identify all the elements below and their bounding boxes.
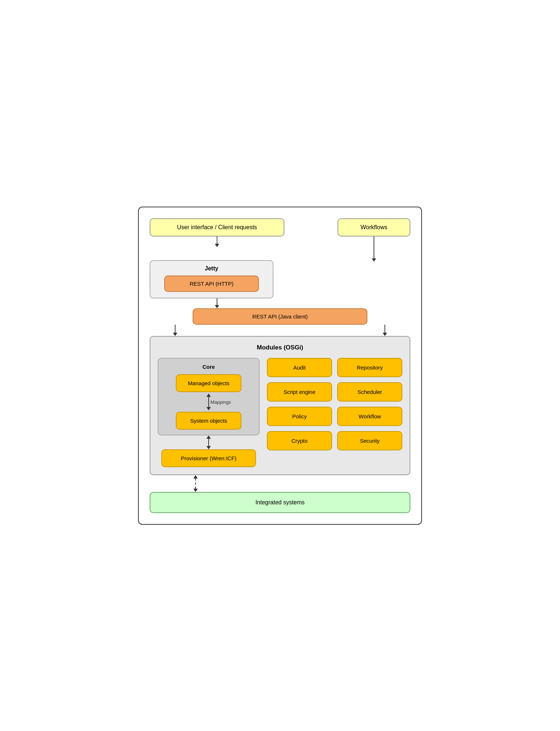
mappings-label: Mappings: [210, 399, 231, 404]
module-security: Security: [337, 431, 402, 450]
managed-objects-box: Managed objects: [176, 374, 241, 392]
left-to-modules-arrow: [173, 325, 177, 336]
ui-client-box: User interface / Client requests: [150, 218, 284, 236]
rest-java-label: REST API (Java client): [252, 313, 308, 320]
right-modules-grid: Audit Repository Script engine Scheduler…: [267, 358, 402, 467]
core-to-provisioner-arrow: [206, 435, 211, 449]
module-policy: Policy: [267, 407, 332, 426]
jetty-label: Jetty: [205, 265, 218, 272]
repository-label: Repository: [357, 364, 383, 371]
crypto-label: Crypto: [291, 438, 307, 444]
policy-label: Policy: [292, 413, 307, 419]
managed-objects-label: Managed objects: [188, 380, 229, 386]
security-label: Security: [360, 438, 379, 444]
module-script-engine: Script engine: [267, 382, 332, 402]
provisioner-box: Provisioner (Wren:ICF): [161, 449, 256, 467]
provisioner-to-integrated-arrow: [150, 475, 410, 492]
module-workflow: Workflow: [337, 407, 402, 426]
ui-to-jetty-arrow: [215, 236, 219, 247]
module-crypto: Crypto: [267, 431, 332, 450]
module-repository: Repository: [337, 358, 402, 377]
modules-inner: Core Managed objects Mappings: [158, 358, 402, 467]
workflow-label: Workflow: [359, 413, 381, 419]
module-scheduler: Scheduler: [337, 382, 402, 402]
diagram-container: User interface / Client requests Workflo…: [138, 207, 422, 525]
module-audit: Audit: [267, 358, 332, 377]
rest-java-row: REST API (Java client): [150, 308, 410, 325]
workflows-box: Workflows: [338, 218, 410, 236]
workflows-arrow: [372, 236, 376, 262]
system-objects-label: System objects: [190, 418, 227, 424]
scheduler-label: Scheduler: [358, 389, 382, 395]
rest-java-box: REST API (Java client): [193, 308, 367, 325]
integrated-systems-box: Integrated systems: [150, 492, 410, 513]
audit-label: Audit: [293, 364, 305, 371]
rest-http-to-java-arrow: [215, 298, 219, 308]
rest-http-label: REST API (HTTP): [190, 281, 234, 287]
mappings-arrow: Mappings: [206, 394, 211, 410]
modules-box: Modules (OSGi) Core Managed objects Mapp…: [150, 336, 410, 475]
core-box: Core Managed objects Mappings: [158, 358, 260, 435]
system-objects-box: System objects: [176, 412, 241, 430]
rest-http-box: REST API (HTTP): [164, 275, 259, 292]
workflows-label: Workflows: [360, 224, 387, 230]
modules-title: Modules (OSGi): [158, 344, 402, 351]
top-row: User interface / Client requests Workflo…: [150, 218, 410, 236]
provisioner-label: Provisioner (Wren:ICF): [181, 455, 236, 461]
integrated-systems-label: Integrated systems: [255, 499, 304, 505]
jetty-box: Jetty REST API (HTTP): [150, 260, 273, 298]
script-engine-label: Script engine: [284, 389, 316, 395]
core-label: Core: [202, 364, 215, 370]
ui-client-label: User interface / Client requests: [177, 224, 257, 230]
rest-java-to-modules-arrow: [383, 325, 387, 336]
